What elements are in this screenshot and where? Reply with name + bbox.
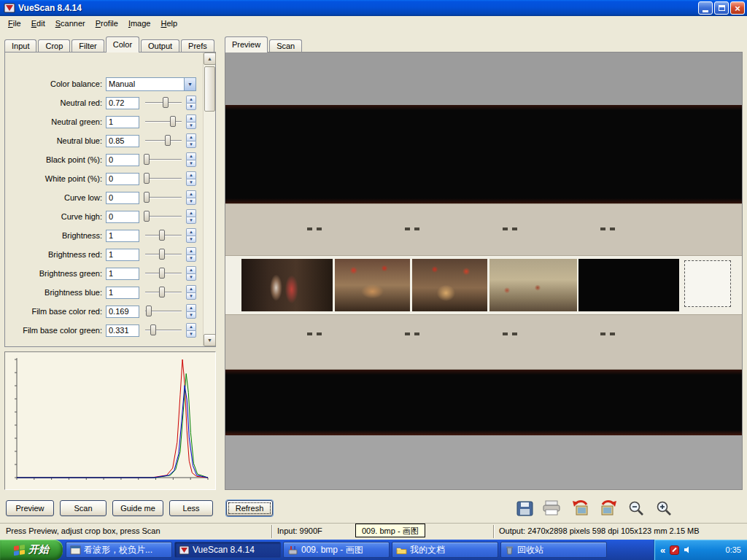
brightness-input[interactable]: [106, 230, 139, 242]
preview-canvas[interactable]: [225, 52, 743, 490]
scroll-up-icon[interactable]: ▲: [204, 52, 216, 65]
zoom-in-button[interactable]: [652, 499, 676, 518]
spin-up-icon[interactable]: ▲: [186, 209, 196, 217]
slider-thumb[interactable]: [159, 287, 165, 298]
film-base-color-red-spinner[interactable]: ▲▼: [186, 304, 196, 319]
spin-down-icon[interactable]: ▼: [186, 236, 196, 244]
white-point-spinner[interactable]: ▲▼: [186, 171, 196, 186]
neutral-red-slider[interactable]: [145, 96, 182, 109]
brightness-blue-spinner[interactable]: ▲▼: [186, 285, 196, 300]
curve-high-spinner[interactable]: ▲▼: [186, 209, 196, 224]
taskbar-item[interactable]: 009. bmp - 画图: [283, 542, 390, 558]
spin-up-icon[interactable]: ▲: [186, 171, 196, 179]
spin-down-icon[interactable]: ▼: [186, 198, 196, 206]
brightness-blue-input[interactable]: [106, 287, 139, 299]
menu-item-edit[interactable]: Edit: [26, 18, 50, 29]
spin-up-icon[interactable]: ▲: [186, 114, 196, 122]
curve-low-input[interactable]: [106, 192, 139, 204]
maximize-button[interactable]: [714, 1, 729, 15]
spin-down-icon[interactable]: ▼: [186, 254, 196, 262]
slider-thumb[interactable]: [144, 192, 150, 203]
close-button[interactable]: ×: [730, 1, 745, 15]
brightness-green-spinner[interactable]: ▲▼: [186, 266, 196, 281]
scan-button[interactable]: Scan: [60, 500, 107, 516]
chevron-left-icon[interactable]: «: [660, 545, 665, 556]
spin-up-icon[interactable]: ▲: [186, 323, 196, 330]
brightness-red-spinner[interactable]: ▲▼: [186, 247, 196, 262]
spin-up-icon[interactable]: ▲: [186, 133, 196, 141]
spin-down-icon[interactable]: ▼: [186, 217, 196, 225]
spin-up-icon[interactable]: ▲: [186, 152, 196, 160]
neutral-green-slider[interactable]: [145, 115, 182, 128]
black-point-slider[interactable]: [145, 153, 182, 166]
white-point-slider[interactable]: [145, 172, 182, 185]
neutral-red-spinner[interactable]: ▲▼: [186, 96, 196, 110]
settings-scrollbar[interactable]: ▲ ▼: [203, 52, 215, 346]
refresh-button[interactable]: Refresh: [226, 500, 273, 516]
menu-item-image[interactable]: Image: [123, 18, 156, 29]
spin-down-icon[interactable]: ▼: [186, 141, 196, 149]
curve-high-slider[interactable]: [145, 210, 182, 223]
tab-preview[interactable]: Preview: [225, 36, 268, 52]
film-base-color-green-slider[interactable]: [145, 324, 182, 337]
scroll-down-icon[interactable]: ▼: [204, 334, 216, 346]
slider-thumb[interactable]: [170, 116, 176, 127]
taskbar-item[interactable]: 看波形，校负片...: [66, 542, 172, 558]
tab-prefs[interactable]: Prefs: [181, 39, 214, 52]
neutral-blue-slider[interactable]: [145, 134, 182, 147]
tab-output[interactable]: Output: [141, 39, 179, 52]
tab-scan[interactable]: Scan: [269, 39, 302, 52]
menu-item-profile[interactable]: Profile: [90, 18, 123, 29]
spin-down-icon[interactable]: ▼: [186, 273, 196, 281]
film-base-color-green-spinner[interactable]: ▲▼: [186, 323, 196, 338]
neutral-blue-spinner[interactable]: ▲▼: [186, 133, 196, 148]
slider-thumb[interactable]: [165, 135, 171, 146]
print-button[interactable]: [540, 499, 563, 518]
tray-status-icon[interactable]: [670, 545, 679, 555]
spin-up-icon[interactable]: ▲: [186, 247, 196, 254]
brightness-red-slider[interactable]: [145, 248, 182, 261]
spin-down-icon[interactable]: ▼: [186, 179, 196, 187]
black-point-spinner[interactable]: ▲▼: [186, 152, 196, 167]
spin-down-icon[interactable]: ▼: [186, 122, 196, 130]
brightness-red-input[interactable]: [106, 249, 139, 261]
slider-thumb[interactable]: [144, 211, 150, 222]
speaker-icon[interactable]: [684, 545, 692, 554]
slider-thumb[interactable]: [163, 97, 169, 108]
spin-up-icon[interactable]: ▲: [186, 304, 196, 311]
spin-down-icon[interactable]: ▼: [186, 330, 196, 338]
slider-thumb[interactable]: [144, 173, 150, 184]
neutral-red-input[interactable]: [106, 97, 139, 109]
slider-thumb[interactable]: [144, 154, 150, 165]
rotate-right-button[interactable]: [597, 499, 620, 518]
menu-item-scanner[interactable]: Scanner: [50, 18, 90, 29]
slider-thumb[interactable]: [150, 324, 156, 335]
film-base-color-green-input[interactable]: [106, 324, 139, 337]
brightness-slider[interactable]: [145, 229, 182, 242]
spin-down-icon[interactable]: ▼: [186, 103, 196, 111]
taskbar-item[interactable]: VueScan 8.4.14: [174, 542, 281, 558]
tab-crop[interactable]: Crop: [38, 39, 70, 52]
slider-thumb[interactable]: [159, 268, 165, 279]
preview-button[interactable]: Preview: [6, 500, 54, 516]
slider-thumb[interactable]: [159, 230, 165, 241]
spin-up-icon[interactable]: ▲: [186, 96, 196, 103]
brightness-green-slider[interactable]: [145, 267, 182, 280]
film-base-color-red-input[interactable]: [106, 306, 139, 318]
neutral-green-spinner[interactable]: ▲▼: [186, 114, 196, 129]
rotate-left-button[interactable]: [569, 499, 592, 518]
neutral-blue-input[interactable]: [106, 135, 139, 147]
neutral-green-input[interactable]: [106, 116, 139, 128]
save-button[interactable]: [513, 499, 536, 518]
taskbar-item[interactable]: 我的文档: [392, 542, 498, 558]
spin-up-icon[interactable]: ▲: [186, 190, 196, 198]
black-point-input[interactable]: [106, 154, 139, 166]
brightness-spinner[interactable]: ▲▼: [186, 228, 196, 243]
guide-me-button[interactable]: Guide me: [112, 500, 163, 516]
minimize-button[interactable]: [698, 1, 713, 15]
color-balance-dropdown[interactable]: Manual▼: [106, 77, 196, 91]
slider-thumb[interactable]: [146, 306, 152, 316]
spin-up-icon[interactable]: ▲: [186, 228, 196, 236]
tab-input[interactable]: Input: [4, 39, 36, 52]
spin-down-icon[interactable]: ▼: [186, 292, 196, 300]
